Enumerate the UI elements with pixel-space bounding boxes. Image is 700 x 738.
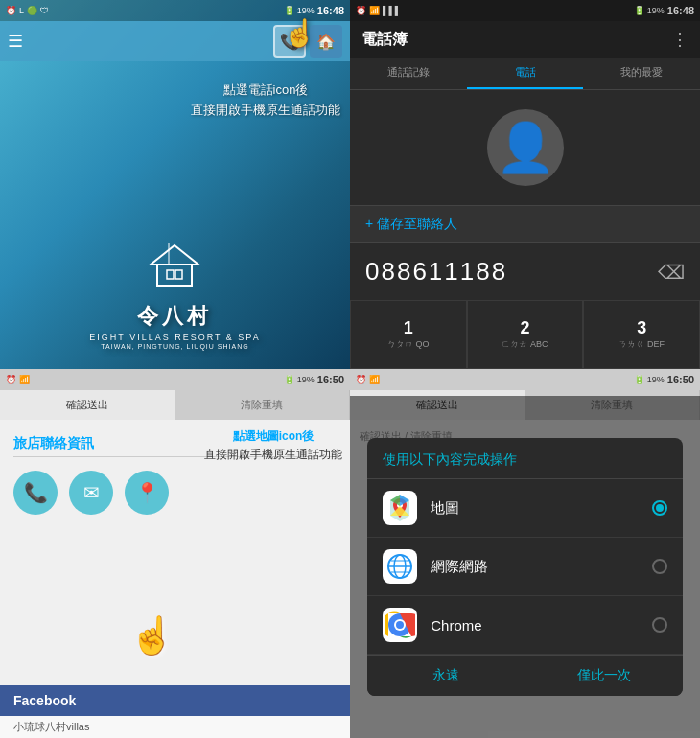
maps-app-label: 地圖: [431, 499, 652, 518]
app-item-maps[interactable]: 地圖: [367, 479, 683, 538]
tab-clear[interactable]: 清除重填: [175, 390, 351, 420]
battery-icon: 🔋: [284, 6, 294, 15]
phone-number-text: 088611188: [365, 257, 507, 287]
save-contact-label: + 儲存至聯絡人: [365, 216, 457, 233]
tab-phone[interactable]: 電話: [467, 58, 584, 89]
web-radio[interactable]: [652, 559, 667, 574]
facebook-page-name: 小琉球八村villas: [0, 716, 350, 738]
contact-action-icons: 📞 ✉ 📍: [13, 471, 337, 515]
radio-dot: [656, 504, 664, 512]
quadrant-top-right: ⏰ 📶 ▌▌▌ 🔋 19% 16:48 電話簿 ⋮ 通話記錄 電話 我的最愛 👤…: [350, 0, 700, 369]
status-icons-right-q2: 🔋 19% 16:48: [634, 5, 694, 16]
maps-radio[interactable]: [652, 500, 667, 516]
svg-marker-0: [151, 245, 198, 265]
dialpad-key-2[interactable]: 2 ㄈㄉㄊ ABC: [467, 300, 584, 369]
maps-app-icon: [383, 491, 417, 525]
dialpad: 1 ㄅㄆㄇ QO 2 ㄈㄉㄊ ABC 3 ㄋㄌㄍ DEF: [350, 300, 700, 369]
email-icon: ✉: [83, 481, 100, 504]
tab-call-history[interactable]: 通話記錄: [350, 58, 467, 89]
q3-main-content: 旅店聯絡資訊 📞 ✉ 📍 點選地圖icon後 直接開啟手機原生通話功能 ☝: [0, 420, 350, 685]
map-button[interactable]: 📍: [125, 471, 169, 515]
line-icon: L: [19, 6, 24, 15]
tab-favorites[interactable]: 我的最愛: [583, 58, 700, 89]
web-app-icon: [383, 549, 417, 584]
contact-avatar-area: 👤: [350, 90, 700, 205]
status-icons-left-q2: ⏰ 📶 ▌▌▌: [356, 6, 401, 15]
status-icons-right: 🔋 19% 16:48: [284, 5, 344, 16]
status-bar-q3: ⏰ 📶 🔋 19% 16:50: [0, 369, 350, 390]
topbar-icons: 📞 ☝ 🏠: [273, 25, 342, 58]
app-topbar: ☰ 📞 ☝ 🏠: [0, 21, 350, 61]
phone-instruction: 點選電話icon後 直接開啟手機原生通話功能: [191, 81, 340, 121]
home-button[interactable]: 🏠: [310, 25, 342, 58]
chrome-app-icon: [383, 608, 417, 642]
app-chooser-overlay: 使用以下內容完成操作 地圖: [350, 396, 700, 738]
contacts-tabs: 通話記錄 電話 我的最愛: [350, 58, 700, 90]
quadrant-top-left: ⏰ L 🟢 🛡 🔋 19% 16:48 ☰ 📞 ☝ 🏠 點選電話icon後 直接…: [0, 0, 350, 369]
dialpad-key-3[interactable]: 3 ㄋㄌㄍ DEF: [583, 300, 700, 369]
alarm-icon: ⏰: [356, 6, 366, 15]
status-time-q4: 16:50: [667, 374, 694, 385]
hotel-location: TAIWAN, PINGTUNG, LIUQIU SHIANG: [89, 343, 260, 350]
once-button[interactable]: 僅此一次: [525, 656, 683, 696]
hamburger-icon[interactable]: ☰: [8, 31, 23, 52]
always-button[interactable]: 永遠: [367, 656, 525, 696]
status-icons-right-q3: 🔋 19% 16:50: [284, 374, 344, 385]
battery-icon-q2: 🔋: [634, 6, 644, 15]
instruction-line1: 點選電話icon後: [191, 81, 340, 101]
svg-rect-1: [157, 265, 192, 286]
hotel-chinese-name: 令八村: [89, 302, 260, 331]
alarm-icon-q4: ⏰: [356, 375, 366, 384]
alarm-icon-q3: ⏰: [6, 375, 16, 384]
battery-icon-q4: 🔋: [634, 375, 644, 384]
wifi-icon-q4: 📶: [369, 375, 380, 384]
contact-avatar: 👤: [487, 109, 564, 186]
status-time-q2: 16:48: [667, 5, 694, 16]
call-icon: 📞: [24, 481, 48, 504]
svg-rect-2: [167, 270, 174, 279]
status-time-q1: 16:48: [317, 5, 344, 16]
chrome-icon-svg: [385, 610, 415, 640]
battery-icon-q3: 🔋: [284, 375, 294, 384]
dialpad-key-1[interactable]: 1 ㄅㄆㄇ QO: [350, 300, 467, 369]
person-icon: 👤: [496, 120, 555, 175]
call-button[interactable]: 📞: [13, 471, 58, 515]
battery-percent-q3: 19%: [297, 375, 315, 384]
battery-percent: 19%: [297, 6, 315, 15]
hotel-logo: 令八村 EIGHT VILLAS RESORT & SPA TAIWAN, PI…: [89, 242, 260, 350]
instruction-line2: 直接開啟手機原生通話功能: [204, 446, 342, 464]
facebook-label: Facebook: [13, 693, 76, 708]
app-icons: 🟢 🛡: [27, 6, 49, 15]
status-icons-left-q3: ⏰ 📶: [6, 375, 30, 384]
app-item-web[interactable]: 網際網路: [367, 538, 683, 596]
facebook-bar: Facebook: [0, 685, 350, 716]
q3-tabs: 確認送出 清除重填: [0, 390, 350, 420]
status-bar-q1: ⏰ L 🟢 🛡 🔋 19% 16:48: [0, 0, 350, 21]
map-pin-icon: 📍: [135, 481, 159, 504]
q1-main-content: 點選電話icon後 直接開啟手機原生通話功能 令八村 EIGHT VILLAS …: [0, 61, 350, 369]
hotel-english-name: EIGHT VILLAS RESORT & SPA: [89, 333, 260, 342]
tab-confirm[interactable]: 確認送出: [0, 390, 175, 420]
battery-percent-q2: 19%: [647, 6, 665, 15]
status-icons-left-q4: ⏰ 📶: [356, 375, 380, 384]
app-chooser-dialog: 使用以下內容完成操作 地圖: [367, 438, 683, 696]
phone-button[interactable]: 📞 ☝: [273, 25, 306, 58]
battery-percent-q4: 19%: [647, 375, 665, 384]
svg-point-20: [396, 621, 404, 629]
more-options-icon[interactable]: ⋮: [671, 29, 688, 50]
phone-number-display: 088611188 ⌫: [350, 243, 700, 300]
backspace-button[interactable]: ⌫: [658, 261, 685, 284]
hotel-building-svg: [146, 242, 203, 289]
contacts-header: 電話簿 ⋮: [350, 21, 700, 58]
save-contact-button[interactable]: + 儲存至聯絡人: [350, 205, 700, 243]
status-bar-q4: ⏰ 📶 🔋 19% 16:50: [350, 369, 700, 390]
map-instruction: 點選地圖icon後 直接開啟手機原生通話功能: [204, 427, 342, 464]
instruction-highlight: 點選地圖icon後: [204, 427, 342, 446]
email-button[interactable]: ✉: [69, 471, 113, 515]
app-item-chrome[interactable]: Chrome: [367, 596, 683, 655]
signal-icon: ▌▌▌: [383, 6, 401, 15]
chrome-radio[interactable]: [652, 617, 667, 633]
web-icon-svg: [385, 551, 415, 582]
dialog-actions: 永遠 僅此一次: [367, 655, 683, 696]
wifi-icon-q3: 📶: [19, 375, 30, 384]
